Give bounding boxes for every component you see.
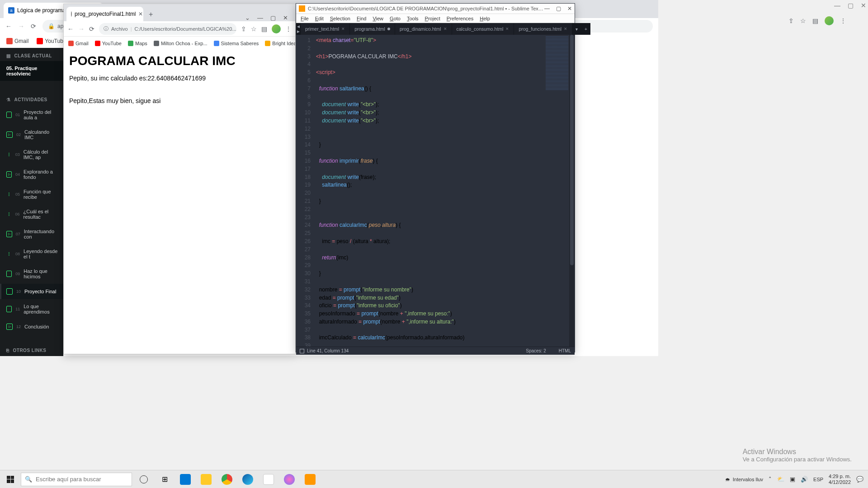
bookmark-youtube[interactable]: YouTube: [95, 41, 122, 46]
editor-tab-primer_text[interactable]: primer_text.html✕: [301, 23, 350, 35]
bg-menu-icon[interactable]: ⋮: [840, 17, 846, 24]
menu-goto[interactable]: Goto: [390, 16, 401, 21]
task-taskview[interactable]: ⊞: [155, 470, 175, 488]
star-icon[interactable]: ☆: [251, 25, 257, 33]
menu-file[interactable]: File: [301, 16, 309, 21]
tray-language[interactable]: ESP: [813, 477, 823, 482]
activity-item-05[interactable]: ⁝05Función que recibe: [0, 184, 63, 204]
reload-icon[interactable]: ⟳: [89, 25, 94, 33]
minimize-button[interactable]: —: [257, 14, 263, 21]
forward-icon[interactable]: →: [18, 23, 24, 30]
bookmark-milton-ochoa-exp-[interactable]: Milton Ochoa - Exp...: [154, 41, 208, 46]
tab-close-icon[interactable]: ✕: [564, 27, 567, 31]
task-explorer[interactable]: [196, 470, 216, 488]
menu-tools[interactable]: Tools: [407, 16, 419, 21]
task-sublime[interactable]: [300, 470, 320, 488]
tab-close-icon[interactable]: ✕: [341, 27, 345, 31]
maximize-button[interactable]: ▢: [270, 14, 276, 21]
tray-notifications-icon[interactable]: 💬: [856, 476, 863, 483]
task-app1[interactable]: [279, 470, 299, 488]
activity-item-04[interactable]: ▷04Explorando a fondo: [0, 164, 63, 184]
sublime-minimize-button[interactable]: —: [544, 5, 550, 12]
indent-setting[interactable]: Spaces: 2: [526, 348, 546, 353]
editor-tab-programa[interactable]: programa.html: [350, 23, 395, 35]
status-box-icon[interactable]: [300, 349, 304, 353]
activity-item-03[interactable]: ⁝03Cálculo del IMC, ap: [0, 145, 63, 164]
weather-widget[interactable]: 🌧 Intervalos lluv: [725, 477, 763, 482]
menu-edit[interactable]: Edit: [315, 16, 324, 21]
menu-help[interactable]: Help: [480, 16, 490, 21]
activity-item-06[interactable]: ⁝06¿Cuál es el resultac: [0, 204, 63, 224]
sublime-maximize-button[interactable]: ▢: [556, 5, 561, 12]
bg-maximize-button[interactable]: ▢: [848, 2, 854, 9]
bg-star-icon[interactable]: ☆: [800, 17, 806, 24]
tray-cloud-icon[interactable]: ⛅: [777, 476, 784, 483]
side-panel-icon[interactable]: ▤: [261, 25, 267, 33]
front-browser-tab[interactable]: prog_proyectoFinal1.html ✕: [66, 7, 143, 21]
close-button[interactable]: ✕: [283, 14, 288, 21]
bg-panel-icon[interactable]: ▤: [812, 17, 818, 24]
tray-volume-icon[interactable]: 🔊: [801, 476, 808, 483]
front-url-field[interactable]: ⓘ Archivo | C:/Users/escritorio/Document…: [99, 23, 236, 35]
bg-close-button[interactable]: ✕: [861, 2, 866, 9]
menu-project[interactable]: Project: [425, 16, 440, 21]
start-button[interactable]: [0, 470, 21, 488]
bg-minimize-button[interactable]: —: [834, 2, 840, 9]
task-mail[interactable]: [175, 470, 195, 488]
bookmark-gmail[interactable]: Gmail: [6, 38, 28, 44]
editor-area[interactable]: 1234567891011121314151617181920212223242…: [296, 35, 575, 347]
profile-avatar[interactable]: [272, 24, 281, 33]
task-edge[interactable]: [238, 470, 258, 488]
taskbar-search[interactable]: 🔍 Escribe aquí para buscar: [21, 473, 132, 486]
syntax-setting[interactable]: HTML: [559, 348, 571, 353]
editor-tab-prog_dinamico[interactable]: prog_dinamico.html✕: [395, 23, 452, 35]
tab-add[interactable]: +: [581, 23, 590, 35]
activity-item-07[interactable]: ▷07Interactuando con: [0, 224, 63, 244]
bookmark-maps[interactable]: Maps: [128, 41, 147, 46]
tab-close-icon[interactable]: ✕: [505, 27, 509, 31]
task-cortana[interactable]: [134, 470, 154, 488]
task-chrome[interactable]: [217, 470, 237, 488]
tab-scroll-left[interactable]: ◄ ►: [296, 23, 301, 35]
editor-tab-prog_funciones[interactable]: prog_funciones.html✕: [514, 23, 572, 35]
bg-share-icon[interactable]: ⇪: [788, 17, 794, 24]
new-tab-button[interactable]: +: [146, 8, 156, 21]
tray-clock[interactable]: 4:29 p. m. 4/12/2022: [829, 474, 851, 484]
back-icon[interactable]: ←: [5, 23, 12, 30]
activity-item-12[interactable]: ▷12Conclusión: [0, 319, 63, 334]
activity-item-01[interactable]: 01Proyecto del aula a: [0, 105, 63, 125]
menu-view[interactable]: View: [373, 16, 383, 21]
scrollbar-vertical[interactable]: [569, 35, 575, 347]
current-class-item[interactable]: 05. Practique resolvienc: [0, 61, 63, 81]
source-code[interactable]: <meta charset="UTF-8"> <h1>POGRAMA CALCU…: [313, 35, 575, 347]
sublime-titlebar[interactable]: C:\Users\escritorio\Documents\LOGICA DE …: [296, 4, 575, 14]
tab-close-icon[interactable]: ✕: [138, 11, 143, 17]
tab-dropdown[interactable]: ▾: [572, 23, 581, 35]
bookmark-sistema-saberes[interactable]: Sistema Saberes: [214, 41, 259, 46]
bg-profile-avatar[interactable]: [825, 16, 834, 25]
otros-discord[interactable]: ◈ Discord Alura: [0, 356, 63, 356]
bookmark-youtube[interactable]: YouTube: [37, 38, 66, 44]
activity-item-10[interactable]: 10Proyecto Final: [0, 284, 63, 299]
activity-item-11[interactable]: 11Lo que aprendimos: [0, 299, 63, 319]
activity-item-08[interactable]: ⁝08Leyendo desde el t: [0, 244, 63, 264]
tray-network-icon[interactable]: ▣: [790, 476, 795, 483]
forward-icon[interactable]: →: [78, 25, 85, 33]
activity-item-02[interactable]: ▷02Calculando IMC: [0, 125, 63, 145]
task-store[interactable]: [259, 470, 278, 488]
tab-close-icon[interactable]: ✕: [443, 27, 447, 31]
tab-dropdown-icon[interactable]: ⌄: [245, 14, 250, 21]
menu-preferences[interactable]: Preferences: [447, 16, 473, 21]
editor-tab-calculo_consumo[interactable]: calculo_consumo.html✕: [452, 23, 514, 35]
bookmark-bright-ideas[interactable]: Bright Ideas: [265, 41, 295, 46]
menu-find[interactable]: Find: [357, 16, 366, 21]
sublime-close-button[interactable]: ✕: [567, 5, 572, 12]
menu-icon[interactable]: ⋮: [285, 25, 292, 33]
tray-chevron-icon[interactable]: ˄: [769, 476, 772, 483]
activity-item-09[interactable]: 09Haz lo que hicimos: [0, 264, 63, 284]
menu-selection[interactable]: Selection: [330, 16, 350, 21]
bookmark-gmail[interactable]: Gmail: [68, 41, 89, 46]
reload-icon[interactable]: ⟳: [31, 23, 36, 30]
back-icon[interactable]: ←: [67, 25, 74, 33]
share-icon[interactable]: ⇪: [241, 25, 246, 33]
